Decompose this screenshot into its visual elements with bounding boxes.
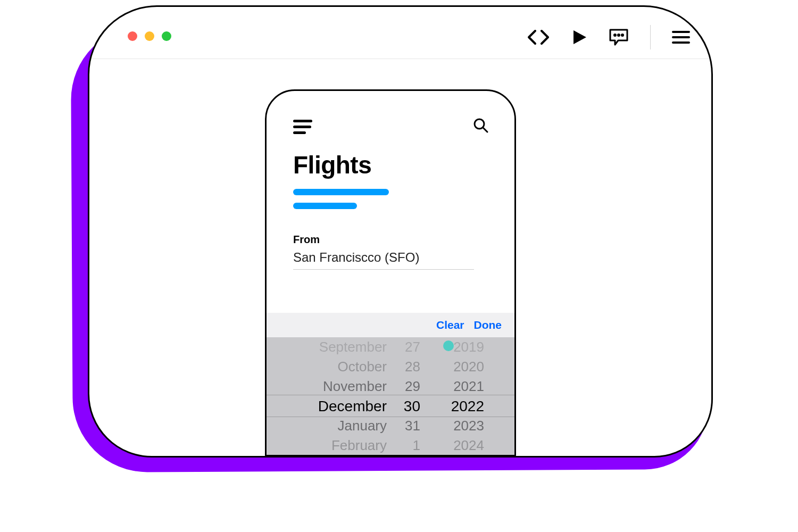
hamburger-icon[interactable] [672, 30, 690, 44]
phone-mock: Flights From San Franciscco (SFO) Clear … [265, 89, 516, 456]
wheel-row[interactable]: 29 [392, 377, 423, 396]
zoom-dot[interactable] [162, 31, 171, 41]
clear-button[interactable]: Clear [436, 319, 464, 331]
from-label: From [293, 234, 488, 246]
from-input[interactable]: San Franciscco (SFO) [293, 250, 474, 270]
wheel-row[interactable]: September [267, 337, 389, 357]
wheel-row[interactable]: 2022 [434, 396, 487, 416]
wheel-row[interactable]: 2023 [434, 416, 487, 436]
month-wheel[interactable]: SeptemberOctoberNovemberDecemberJanuaryF… [267, 337, 389, 455]
titlebar [89, 7, 711, 59]
subtitle-placeholder-1 [293, 189, 389, 195]
code-icon[interactable] [527, 28, 550, 46]
wheel-row[interactable]: 30 [392, 396, 423, 416]
svg-point-2 [618, 35, 620, 36]
wheel-row[interactable]: 31 [392, 416, 423, 436]
wheel-row[interactable]: 2020 [434, 357, 487, 377]
search-icon[interactable] [473, 118, 489, 136]
wheel-row[interactable]: December [267, 396, 389, 416]
app-window: Flights From San Franciscco (SFO) Clear … [88, 5, 713, 458]
wheel-row[interactable]: 2024 [434, 436, 487, 455]
wheel-row[interactable]: 1 [392, 436, 423, 455]
play-icon[interactable] [571, 29, 587, 45]
wheel-row[interactable]: October [267, 357, 389, 377]
wheel-row[interactable]: January [267, 416, 389, 436]
close-dot[interactable] [128, 31, 137, 41]
wheel-row[interactable]: February [267, 436, 389, 455]
svg-point-3 [622, 35, 624, 36]
toolbar [527, 25, 690, 49]
svg-line-8 [483, 128, 487, 132]
wheel-row[interactable]: 28 [392, 357, 423, 377]
year-wheel[interactable]: 201920202021202220232024 [434, 337, 487, 455]
svg-point-1 [614, 35, 616, 36]
comment-icon[interactable] [609, 28, 629, 46]
wheel-row[interactable]: November [267, 377, 389, 396]
page-title: Flights [293, 151, 488, 179]
day-wheel[interactable]: 27282930311 [392, 337, 423, 455]
wheel-row[interactable]: 27 [392, 337, 423, 357]
wheel-row[interactable]: 2019 [434, 337, 487, 357]
window-controls [128, 31, 171, 41]
toolbar-separator [650, 25, 651, 49]
subtitle-placeholder-2 [293, 203, 357, 209]
app-menu-icon[interactable] [293, 120, 312, 134]
picker-toolbar: Clear Done [267, 313, 514, 337]
svg-marker-0 [573, 30, 586, 44]
minimize-dot[interactable] [145, 31, 154, 41]
wheel-row[interactable]: 2021 [434, 377, 487, 396]
done-button[interactable]: Done [474, 319, 502, 331]
date-picker[interactable]: SeptemberOctoberNovemberDecemberJanuaryF… [267, 337, 514, 455]
